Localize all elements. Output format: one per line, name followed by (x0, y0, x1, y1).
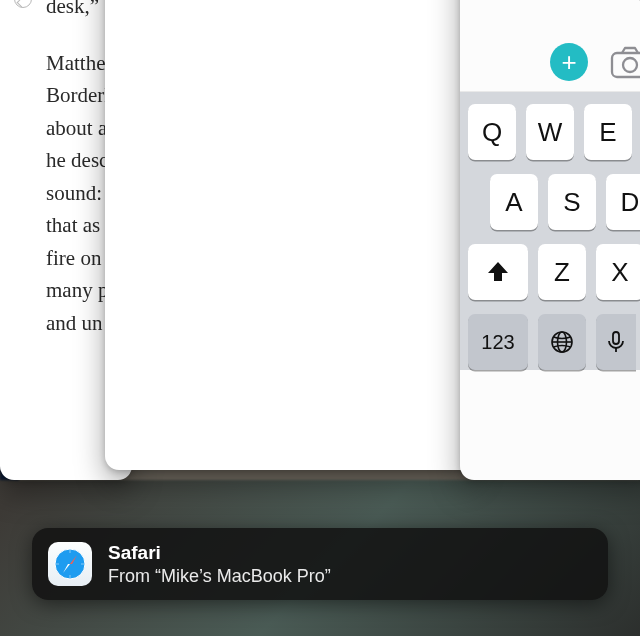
key-x[interactable]: X (596, 244, 640, 300)
notes-app-card[interactable]: + Q W E A S D Z X (460, 0, 640, 480)
key-row-4: 123 (468, 314, 640, 370)
back-icon (14, 0, 32, 8)
key-row-1: Q W E (468, 104, 640, 160)
key-row-2: A S D (468, 174, 640, 230)
add-button[interactable]: + (550, 43, 588, 81)
svg-point-1 (623, 58, 637, 72)
camera-icon[interactable] (610, 45, 640, 79)
search-pill-fragment (636, 0, 640, 4)
shift-icon (485, 259, 511, 285)
notes-header (460, 0, 640, 32)
key-mic[interactable] (596, 314, 636, 370)
app-switcher-stage: desk,” s Matthe Borderl about a he desc … (0, 0, 640, 636)
handoff-source: From “Mike’s MacBook Pro” (108, 565, 331, 588)
key-a[interactable]: A (490, 174, 538, 230)
plus-icon: + (561, 49, 576, 75)
key-d[interactable]: D (606, 174, 640, 230)
keyboard: Q W E A S D Z X 123 (460, 92, 640, 370)
svg-rect-0 (612, 53, 640, 77)
key-s[interactable]: S (548, 174, 596, 230)
safari-icon (48, 542, 92, 586)
key-shift[interactable] (468, 244, 528, 300)
notes-toolbar: + (460, 32, 640, 92)
handoff-app-name: Safari (108, 541, 331, 565)
key-numbers[interactable]: 123 (468, 314, 528, 370)
svg-rect-5 (613, 332, 619, 344)
key-row-3: Z X (468, 244, 640, 300)
handoff-text: Safari From “Mike’s MacBook Pro” (108, 541, 331, 587)
key-globe[interactable] (538, 314, 586, 370)
key-z[interactable]: Z (538, 244, 586, 300)
mic-icon (603, 329, 629, 355)
key-e[interactable]: E (584, 104, 632, 160)
key-w[interactable]: W (526, 104, 574, 160)
handoff-banner[interactable]: Safari From “Mike’s MacBook Pro” (32, 528, 608, 600)
key-q[interactable]: Q (468, 104, 516, 160)
globe-icon (549, 329, 575, 355)
blank-app-card[interactable] (105, 0, 475, 470)
